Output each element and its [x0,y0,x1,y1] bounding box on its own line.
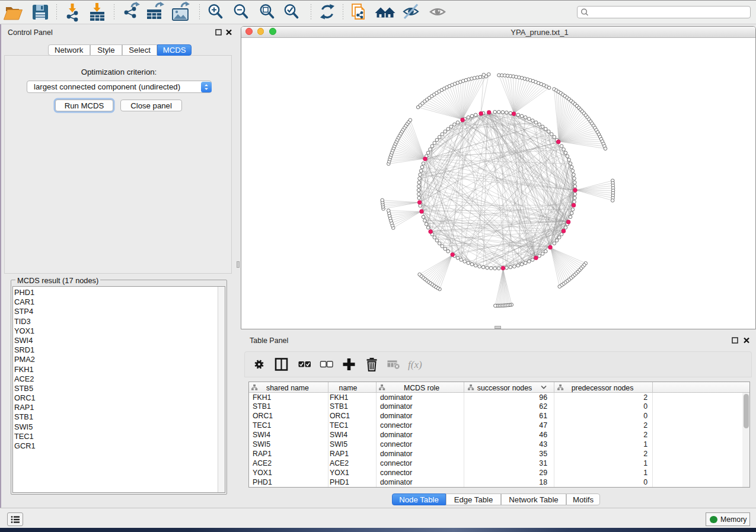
svg-text:f(x): f(x) [408,359,422,370]
